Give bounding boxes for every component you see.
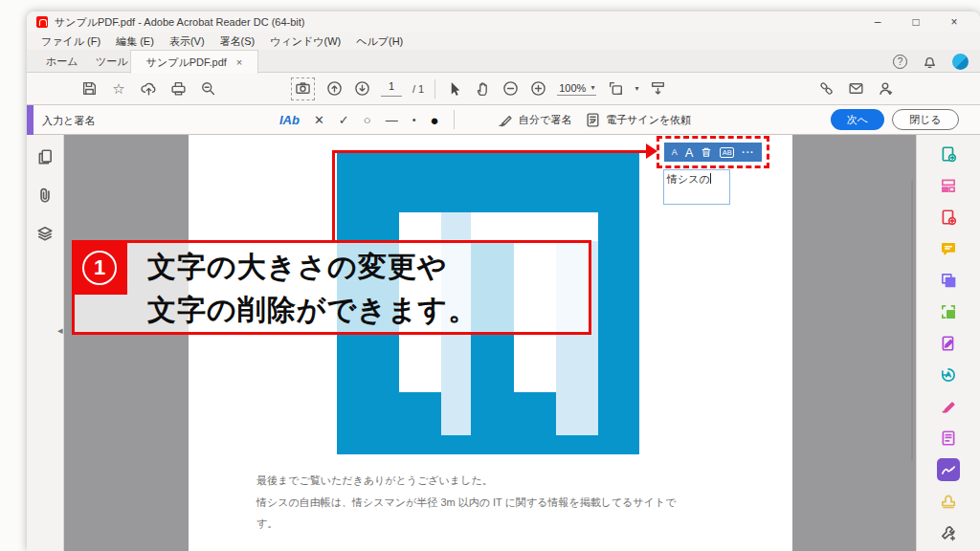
step-number: 1 <box>82 251 117 285</box>
text-format-toolbar: A A AB ··· <box>664 143 762 162</box>
snapshot-button[interactable] <box>291 77 315 100</box>
menu-view[interactable]: 表示(V) <box>162 34 212 49</box>
fillsign-text-field[interactable]: 情シスの <box>663 169 730 205</box>
pdf-text-line: す。 <box>256 513 677 535</box>
convert-pdf-tool[interactable] <box>937 364 960 386</box>
menu-file[interactable]: ファイル (F) <box>33 34 108 49</box>
pen-icon <box>498 112 514 128</box>
fillsign-toolbar: 入力と署名 IAb ✕ ✓ ○ — • ● 自分で署名 <box>27 105 980 135</box>
favorite-button[interactable]: ☆ <box>110 77 127 100</box>
page-thumbnails-icon[interactable] <box>36 148 54 165</box>
request-sign-button[interactable]: 電子サインを依頼 <box>585 112 691 128</box>
tab-close-icon[interactable]: × <box>236 56 242 68</box>
annotation-connector-vertical <box>332 150 335 242</box>
filled-dot-tool[interactable]: ● <box>430 112 438 128</box>
toolbar-divider <box>434 79 435 99</box>
sign-self-button[interactable]: 自分で署名 <box>498 112 571 128</box>
tab-document[interactable]: サンプルPDF.pdf × <box>130 50 258 74</box>
redact-tool[interactable] <box>937 395 960 418</box>
save-button[interactable] <box>80 77 98 100</box>
annotation-callout: 1 文字の大きさの変更や 文字の削除ができます。 <box>72 240 591 335</box>
request-sign-label: 電子サインを依頼 <box>606 113 691 127</box>
export-pdf-tool[interactable] <box>937 143 960 165</box>
tab-bar: ホーム ツール サンプルPDF.pdf × ? <box>27 50 980 73</box>
line-tool[interactable]: — <box>386 113 398 127</box>
cross-tool[interactable]: ✕ <box>314 113 324 127</box>
screenshot-stage: サンプルPDF.pdf - Adobe Acrobat Reader DC (6… <box>0 0 980 551</box>
search-button[interactable] <box>199 77 216 100</box>
edit-pdf-tool[interactable] <box>937 332 960 355</box>
stamp-tool[interactable] <box>937 490 960 513</box>
send-email-button[interactable] <box>847 77 864 100</box>
fill-sign-tool-active[interactable] <box>937 458 960 481</box>
decrease-font-button[interactable]: A <box>672 147 678 157</box>
combine-files-tool[interactable] <box>937 269 960 292</box>
previous-page-button[interactable] <box>325 77 343 100</box>
chevron-down-icon[interactable]: ▾ <box>635 84 638 93</box>
left-panel-rail <box>27 135 64 551</box>
acrobat-window: サンプルPDF.pdf - Adobe Acrobat Reader DC (6… <box>27 11 980 551</box>
close-fillsign-button[interactable]: 閉じる <box>892 109 959 130</box>
create-pdf-tool[interactable] <box>937 206 960 229</box>
help-icon[interactable]: ? <box>893 55 907 69</box>
organize-pages-tool[interactable] <box>937 174 960 197</box>
zoom-out-button[interactable] <box>501 77 519 100</box>
close-button[interactable]: × <box>942 11 967 33</box>
check-tool[interactable]: ✓ <box>339 113 349 127</box>
menu-help[interactable]: ヘルプ(H) <box>348 34 411 49</box>
toolbar-pin-icon <box>650 80 666 97</box>
add-text-tool[interactable]: IAb <box>279 113 300 127</box>
next-page-button[interactable] <box>353 77 370 100</box>
pdf-body-text: 最後までご覧いただきありがとうございました。 情シスの自由帳は、情シスマンが半径… <box>256 470 677 535</box>
cursor-icon <box>447 80 463 97</box>
zoom-level-select[interactable]: 100% ▾ <box>557 82 596 96</box>
hand-tool-button[interactable] <box>474 77 491 100</box>
page-down-icon <box>354 80 370 97</box>
dot-tool[interactable]: • <box>412 114 416 125</box>
toolbar-nav-group: 1 / 1 <box>291 73 666 104</box>
star-icon: ☆ <box>112 81 124 96</box>
more-options-button[interactable]: ··· <box>742 147 754 158</box>
toolbar-pin-button[interactable] <box>649 77 666 100</box>
window-controls: – □ × <box>865 11 967 33</box>
ab-style-button[interactable]: AB <box>720 147 734 158</box>
work-area: ◂ 最後までご覧いただきありがとうございました。 情シスの自由帳は、情シスマンが… <box>27 135 980 551</box>
pdf-text-line: 最後までご覧いただきありがとうございました。 <box>256 470 677 492</box>
menu-bar: ファイル (F) 編集 (E) 表示(V) 署名(S) ウィンドウ(W) ヘルプ… <box>27 33 980 50</box>
sign-in-button[interactable] <box>877 77 894 100</box>
delete-trash-icon[interactable] <box>701 146 712 158</box>
more-tools-button[interactable] <box>937 521 960 544</box>
circle-tool[interactable]: ○ <box>364 113 371 127</box>
maximize-button[interactable]: □ <box>903 11 928 33</box>
account-avatar[interactable] <box>952 54 969 70</box>
adobe-reader-icon <box>36 16 48 28</box>
request-signature-tool[interactable] <box>937 427 960 450</box>
toolbar-right-group <box>817 73 894 104</box>
pdf-text-line: 情シスの自由帳は、情シスマンが半径 3m 以内の IT に関する情報を掲載してる… <box>256 492 677 514</box>
select-tool-button[interactable] <box>446 77 463 100</box>
shared-link-button[interactable] <box>817 77 835 100</box>
compress-pdf-tool[interactable] <box>937 300 960 323</box>
page-up-icon <box>326 80 343 97</box>
page-number-input[interactable]: 1 <box>381 80 402 97</box>
menu-edit[interactable]: 編集 (E) <box>108 34 162 49</box>
menu-window[interactable]: ウィンドウ(W) <box>262 34 348 49</box>
request-signature-icon <box>585 112 601 128</box>
panel-collapse-arrow[interactable]: ◂ <box>57 322 65 338</box>
attachments-paperclip-icon[interactable] <box>36 187 54 204</box>
next-button[interactable]: 次へ <box>831 109 884 130</box>
menu-sign[interactable]: 署名(S) <box>212 34 263 49</box>
notification-bell-icon[interactable] <box>922 54 938 70</box>
minimize-button[interactable]: – <box>865 11 890 33</box>
toolbar-file-group: ☆ <box>80 73 216 104</box>
fit-page-button[interactable] <box>607 77 624 100</box>
comment-tool[interactable] <box>937 237 960 260</box>
vertical-scrollbar[interactable] <box>911 181 913 460</box>
fit-page-icon <box>608 80 624 97</box>
increase-font-button[interactable]: A <box>685 145 694 160</box>
zoom-in-button[interactable] <box>529 77 546 100</box>
layers-icon[interactable] <box>36 225 54 242</box>
tab-home[interactable]: ホーム <box>36 50 88 73</box>
share-button[interactable] <box>140 77 157 100</box>
print-button[interactable] <box>169 77 187 100</box>
